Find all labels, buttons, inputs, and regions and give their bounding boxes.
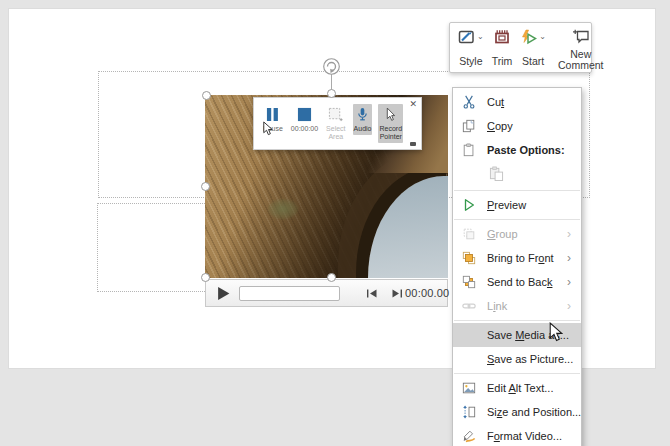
preview-icon [460, 198, 477, 212]
selection-handle-bottom-center[interactable] [327, 273, 336, 282]
menu-item-bring-to-front[interactable]: Bring to Front› [453, 246, 581, 270]
selection-handle-top-center[interactable] [327, 89, 336, 98]
media-playbar: 00:00.00 [205, 279, 448, 307]
paste-icon [489, 166, 504, 185]
menu-item-copy[interactable]: Copy [453, 114, 581, 138]
menu-item-label: Send to Back [477, 276, 567, 288]
stop-icon [297, 106, 312, 122]
menu-item-label: Preview [477, 199, 567, 211]
menu-separator [454, 190, 580, 191]
seek-scrubber[interactable] [239, 286, 340, 301]
new-comment-icon [572, 29, 590, 49]
menu-item-label: Format Video... [477, 430, 567, 442]
toolbar-button-label: Trim [492, 56, 513, 67]
rotation-handle[interactable] [322, 57, 341, 80]
select-area-icon [328, 106, 343, 122]
submenu-chevron-icon: › [567, 252, 576, 264]
send-back-icon [460, 275, 477, 289]
media-time: 00:00.00 [405, 287, 449, 299]
selection-handle-top-left[interactable] [202, 91, 211, 100]
menu-item-label: Paste Options: [477, 144, 567, 156]
dropdown-caret-icon[interactable]: ⌄ [477, 33, 484, 41]
menu-item-preview[interactable]: Preview [453, 193, 581, 217]
dock-button-record-pointer[interactable]: Record Pointer [378, 104, 403, 143]
step-back-icon [366, 288, 378, 299]
trim-icon [494, 29, 510, 49]
dock-button-label: Record Pointer [379, 125, 402, 141]
group-icon [460, 227, 477, 241]
dropdown-caret-icon[interactable]: ⌄ [539, 33, 546, 41]
toolbar-button-style[interactable]: ⌄Style [454, 27, 488, 68]
toolbar-button-label: Style [459, 56, 482, 67]
close-icon[interactable]: ✕ [409, 100, 417, 109]
menu-item-format-video[interactable]: Format Video... [453, 424, 581, 446]
selection-handle-mid-left[interactable] [201, 182, 210, 191]
toolbar-button-new-comment[interactable]: New Comment [554, 27, 608, 68]
move-forward-button[interactable] [388, 286, 405, 300]
mouse-cursor [549, 322, 563, 346]
pin-icon[interactable] [410, 142, 416, 146]
play-icon [216, 286, 231, 301]
toolbar-button-label: New Comment [558, 49, 604, 71]
bring-front-icon [460, 251, 477, 265]
toolbar-button-label: Start [522, 56, 544, 67]
menu-item-edit-alt-text[interactable]: Edit Alt Text... [453, 376, 581, 400]
menu-item-label: Edit Alt Text... [477, 382, 567, 394]
menu-separator [454, 219, 580, 220]
pointer-icon [385, 106, 396, 122]
clipboard-icon [460, 143, 477, 157]
submenu-chevron-icon: › [567, 300, 576, 312]
format-video-icon [460, 429, 477, 443]
dock-button-label: Audio [354, 125, 372, 133]
menu-item-label: Save as Picture... [477, 353, 573, 365]
rotate-icon [322, 57, 341, 76]
start-icon [520, 29, 538, 49]
play-button[interactable] [213, 283, 233, 303]
style-icon [458, 29, 476, 49]
menu-separator [454, 373, 580, 374]
submenu-chevron-icon: › [567, 228, 576, 240]
new-comment-icon [572, 29, 590, 49]
powerpoint-window: 00:00.00 ✕ Pause00:00:00Select AreaAudio… [0, 0, 670, 446]
dock-button-label: Select Area [326, 125, 345, 141]
menu-separator [454, 320, 580, 321]
link-icon [460, 299, 477, 313]
mouse-cursor-ghost [263, 121, 273, 140]
menu-item-cut[interactable]: Cut [453, 90, 581, 114]
size-position-icon [460, 405, 477, 419]
toolbar-button-start[interactable]: ⌄Start [516, 27, 550, 68]
move-back-button[interactable] [363, 286, 380, 300]
menu-item-label: Size and Position... [477, 406, 581, 418]
pause-icon [266, 106, 279, 122]
menu-item-paste-options[interactable]: Paste Options: [453, 138, 581, 162]
mini-toolbar: ⌄StyleTrim⌄StartNew Comment [449, 22, 592, 73]
dock-button-label: 00:00:00 [291, 125, 318, 133]
selection-handle-bottom-left[interactable] [201, 273, 210, 282]
trim-icon [494, 29, 510, 49]
menu-item-label: Group [477, 228, 567, 240]
paste-option-button[interactable] [484, 164, 508, 186]
dock-button-audio[interactable]: Audio [353, 104, 373, 135]
menu-item-label: Bring to Front [477, 252, 567, 264]
context-menu: CutCopyPaste Options:PreviewGroup›Bring … [452, 87, 582, 446]
paste-options-row [453, 162, 581, 188]
start-icon: ⌄ [520, 29, 546, 49]
step-forward-icon [391, 288, 403, 299]
submenu-chevron-icon: › [567, 276, 576, 288]
dock-button-stop[interactable]: 00:00:00 [290, 104, 319, 135]
toolbar-button-trim[interactable]: Trim [488, 27, 517, 68]
menu-item-save-as-picture[interactable]: Save as Picture... [453, 347, 581, 371]
menu-item-group: Group› [453, 222, 581, 246]
menu-item-size-and-position[interactable]: Size and Position... [453, 400, 581, 424]
menu-item-label: Link [477, 300, 567, 312]
menu-item-send-to-back[interactable]: Send to Back› [453, 270, 581, 294]
mic-icon [357, 106, 368, 122]
alt-text-icon [460, 381, 477, 395]
style-icon: ⌄ [458, 29, 484, 49]
menu-item-label: Cut [477, 96, 567, 108]
scissors-icon [460, 95, 477, 109]
recording-dock: ✕ Pause00:00:00Select AreaAudioRecord Po… [253, 97, 422, 150]
dock-button-select-area: Select Area [325, 104, 346, 143]
menu-item-link: Link› [453, 294, 581, 318]
menu-item-label: Copy [477, 120, 567, 132]
